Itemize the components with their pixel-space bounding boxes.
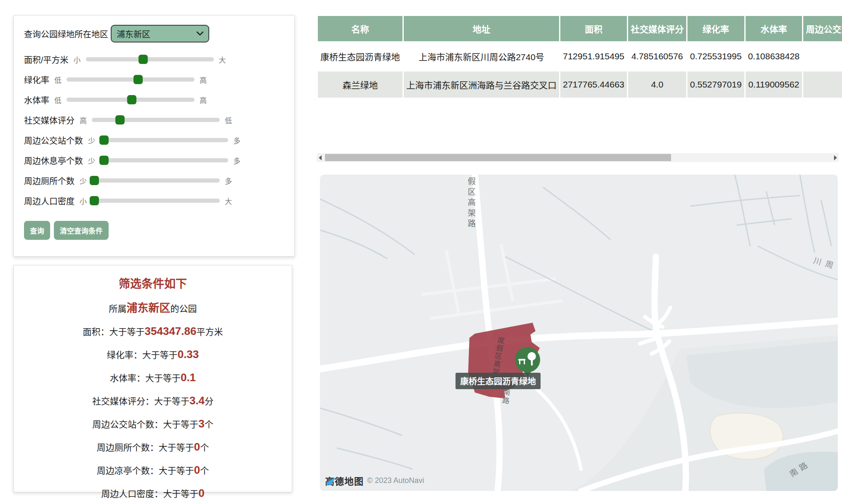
map-attribution: 高德地图 © 2023 AutoNavi <box>325 474 424 487</box>
slider-label: 绿化率 <box>24 74 49 86</box>
summary-line-prefix: 周边厕所个数：大于等于 <box>97 443 194 452</box>
table-header-1: 地址 <box>404 16 559 41</box>
slider-track-4[interactable] <box>100 138 228 142</box>
park-name-label: 康桥生态园沥青绿地 <box>456 373 541 389</box>
map-copyright: © 2023 AutoNavi <box>367 476 424 485</box>
table-header-6: 周边公交站个数 <box>803 16 842 41</box>
district-select[interactable]: 浦东新区 <box>111 25 209 42</box>
map-label-layer: 假区高架路 度假区高架路 南路 川周 南路 康桥生态园沥青绿地 高德地图 © 2… <box>320 175 838 491</box>
slider-row-5: 周边休息亭个数少多 <box>24 150 284 170</box>
slider-track-7[interactable] <box>92 199 220 203</box>
page: 查询公园绿地所在地区 浦东新区 面积/平方米小大绿化率低高水体率低高社交媒体评分… <box>0 0 842 504</box>
table-row[interactable]: 康桥生态园沥青绿地上海市浦东新区川周公路2740号712951.9154954.… <box>318 43 842 69</box>
table-cell: 4.785160576 <box>628 43 686 69</box>
scroll-right-arrow-icon[interactable] <box>832 153 839 162</box>
table-row[interactable]: 森兰绿地上海市浦东新区洲海路与兰谷路交叉口2717765.446634.00.5… <box>318 72 842 98</box>
slider-track-6[interactable] <box>92 178 220 183</box>
summary-line-suffix: 个 <box>200 443 209 452</box>
slider-handle-0[interactable] <box>139 55 148 64</box>
summary-line-prefix: 周边凉亭个数：大于等于 <box>97 466 194 475</box>
summary-line-value: 354347.86 <box>145 325 197 337</box>
table-cell <box>803 43 842 69</box>
slider-track-3[interactable] <box>92 118 220 122</box>
filter-panel: 查询公园绿地所在地区 浦东新区 面积/平方米小大绿化率低高水体率低高社交媒体评分… <box>13 15 295 257</box>
slider-min-label: 少 <box>88 135 95 146</box>
slider-max-label: 多 <box>225 175 232 186</box>
road-label-right-edge: 川周 <box>812 254 838 272</box>
slider-label: 面积/平方米 <box>24 53 69 66</box>
table-cell: 上海市浦东新区洲海路与兰谷路交叉口 <box>404 72 559 98</box>
summary-line-7: 周边凉亭个数：大于等于0个 <box>14 464 292 476</box>
slider-label: 水体率 <box>24 94 49 106</box>
slider-handle-4[interactable] <box>99 135 109 145</box>
district-select-value: 浦东新区 <box>117 28 150 40</box>
summary-line-suffix: 的公园 <box>171 304 197 313</box>
scrollbar-track[interactable] <box>323 153 832 162</box>
summary-line-prefix: 所属 <box>109 304 126 313</box>
query-button[interactable]: 查询 <box>24 221 50 240</box>
slider-handle-7[interactable] <box>90 196 99 205</box>
scroll-left-arrow-icon[interactable] <box>317 153 323 162</box>
table-header-0: 名称 <box>318 16 402 41</box>
slider-track-1[interactable] <box>67 77 195 82</box>
button-row: 查询 清空查询条件 <box>24 221 284 240</box>
summary-line-prefix: 面积：大于等于 <box>83 327 145 337</box>
summary-line-value: 0.33 <box>178 348 199 361</box>
summary-line-suffix: 个 <box>205 419 213 429</box>
summary-line-prefix: 周边人口密度：大于等于 <box>101 489 198 499</box>
results-table: 名称地址面积社交媒体评分绿化率水体率周边公交站个数 康桥生态园沥青绿地上海市浦东… <box>317 14 842 100</box>
slider-row-0: 面积/平方米小大 <box>24 49 284 69</box>
slider-max-label: 大 <box>225 196 232 206</box>
map-canvas[interactable]: 假区高架路 度假区高架路 南路 川周 南路 康桥生态园沥青绿地 高德地图 © 2… <box>320 175 838 491</box>
slider-list: 面积/平方米小大绿化率低高水体率低高社交媒体评分高低周边公交站个数少多周边休息亭… <box>24 49 284 211</box>
summary-line-value: 浦东新区 <box>126 302 170 314</box>
table-header-5: 水体率 <box>746 16 802 41</box>
district-label: 查询公园绿地所在地区 <box>24 28 108 40</box>
slider-row-3: 社交媒体评分高低 <box>24 110 284 130</box>
summary-line-value: 0.1 <box>181 371 196 384</box>
summary-line-suffix: 分 <box>205 396 213 406</box>
scrollbar-thumb[interactable] <box>325 154 671 161</box>
slider-track-2[interactable] <box>67 98 195 102</box>
slider-label: 社交媒体评分 <box>24 114 75 126</box>
clear-button[interactable]: 清空查询条件 <box>54 221 109 240</box>
summary-line-5: 周边公交站个数：大于等于3个 <box>14 418 292 430</box>
summary-line-value: 3.4 <box>189 394 205 407</box>
slider-handle-3[interactable] <box>115 115 125 125</box>
table-cell: 0.119009562 <box>746 72 802 98</box>
slider-label: 周边休息亭个数 <box>24 154 83 167</box>
slider-handle-6[interactable] <box>90 176 99 185</box>
slider-handle-5[interactable] <box>99 156 109 165</box>
slider-min-label: 少 <box>80 175 87 186</box>
summary-lines: 所属浦东新区的公园面积：大于等于354347.86平方米绿化率：大于等于0.33… <box>14 302 292 499</box>
district-row: 查询公园绿地所在地区 浦东新区 <box>24 25 284 42</box>
slider-track-5[interactable] <box>100 158 228 162</box>
slider-row-6: 周边厕所个数少多 <box>24 170 284 191</box>
slider-track-0[interactable] <box>86 57 214 61</box>
slider-min-label: 高 <box>80 115 87 125</box>
slider-label: 周边人口密度 <box>24 195 75 207</box>
summary-line-4: 社交媒体评分：大于等于3.4分 <box>14 395 292 407</box>
road-label-below-polygon: 南路 <box>499 388 512 406</box>
summary-line-6: 周边厕所个数：大于等于0个 <box>14 441 292 453</box>
table-header-3: 社交媒体评分 <box>628 16 686 41</box>
summary-line-prefix: 水体率：大于等于 <box>110 373 181 383</box>
road-label-bottom-right: 南路 <box>787 457 812 479</box>
summary-line-0: 所属浦东新区的公园 <box>14 302 292 314</box>
slider-max-label: 多 <box>233 155 240 166</box>
slider-handle-2[interactable] <box>127 95 136 104</box>
table-cell: 0.552797019 <box>687 72 744 98</box>
chevron-down-icon <box>197 32 203 36</box>
slider-max-label: 高 <box>200 74 207 85</box>
slider-max-label: 高 <box>200 95 207 105</box>
summary-title: 筛选条件如下 <box>14 275 292 291</box>
table-cell: 2717765.44663 <box>560 72 627 98</box>
summary-line-3: 水体率：大于等于0.1 <box>14 372 292 384</box>
slider-label: 周边厕所个数 <box>24 175 75 187</box>
slider-min-label: 少 <box>88 155 95 166</box>
slider-handle-1[interactable] <box>133 75 143 84</box>
summary-line-prefix: 绿化率：大于等于 <box>107 350 178 360</box>
horizontal-scrollbar[interactable] <box>317 153 839 162</box>
slider-min-label: 低 <box>54 74 61 85</box>
slider-row-7: 周边人口密度小大 <box>24 191 284 211</box>
